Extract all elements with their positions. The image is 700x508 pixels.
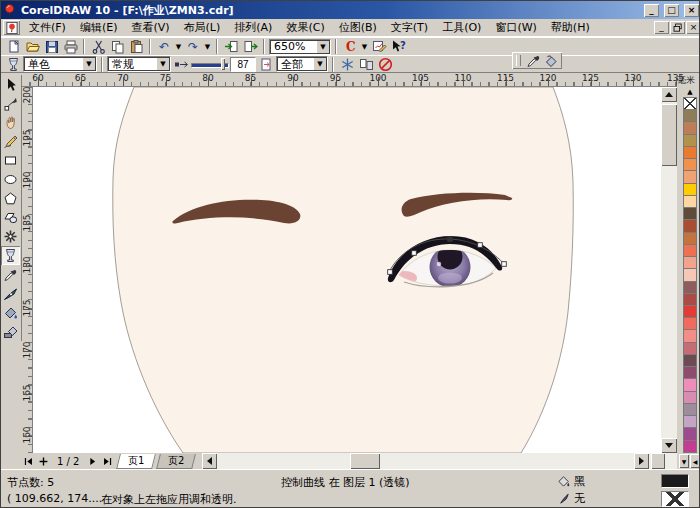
undo-button[interactable]: ↶ — [155, 39, 173, 55]
document-icon[interactable] — [3, 20, 20, 35]
redo-dropdown-arrow[interactable]: ▼ — [203, 39, 212, 55]
face-shape[interactable] — [113, 87, 573, 453]
drawing-canvas[interactable] — [33, 87, 661, 453]
menu-item-4[interactable]: 排列(A) — [227, 19, 279, 36]
page-tab-页2[interactable]: 页2 — [156, 454, 196, 469]
palette-flyout-button[interactable]: ◀ — [690, 454, 700, 468]
menu-item-8[interactable]: 工具(O) — [435, 19, 488, 36]
slider-handle[interactable] — [221, 58, 225, 70]
color-swatch[interactable] — [683, 220, 697, 232]
pan-tool[interactable] — [1, 113, 20, 132]
color-swatch[interactable] — [683, 159, 697, 171]
menu-item-1[interactable]: 编辑(E) — [73, 19, 125, 36]
fill-tool[interactable] — [1, 303, 20, 322]
basic-shapes-tool[interactable] — [1, 208, 20, 227]
pick-tool[interactable] — [1, 75, 20, 94]
color-swatch[interactable] — [683, 343, 697, 355]
transparency-type-combo[interactable]: 单色▼ — [23, 56, 97, 72]
color-swatch[interactable] — [683, 171, 697, 183]
curve-node[interactable] — [478, 243, 483, 248]
color-swatch[interactable] — [683, 122, 697, 134]
color-swatch[interactable] — [683, 355, 697, 367]
color-swatch[interactable] — [683, 367, 697, 379]
app-launcher-dropdown-arrow[interactable]: ▼ — [360, 39, 369, 55]
menu-item-9[interactable]: 窗口(W) — [488, 19, 543, 36]
eyedropper-tool[interactable] — [1, 265, 20, 284]
color-swatch[interactable] — [683, 318, 697, 330]
polygon-tool[interactable] — [1, 189, 20, 208]
horizontal-ruler[interactable]: 6065707580859095100105110115120125130135 — [21, 73, 677, 87]
curve-node[interactable] — [388, 270, 393, 275]
color-swatch[interactable] — [683, 257, 697, 269]
save-button[interactable] — [42, 39, 60, 55]
menu-item-2[interactable]: 查看(V) — [124, 19, 176, 36]
cut-button[interactable] — [89, 39, 107, 55]
clear-transparency-button[interactable] — [376, 56, 394, 72]
palette-scroll-up[interactable]: ▲ — [682, 87, 698, 97]
scroll-down-button[interactable] — [661, 438, 677, 453]
toolbar-grip[interactable] — [516, 55, 521, 66]
color-swatch[interactable] — [683, 392, 697, 404]
freeze-button[interactable] — [338, 56, 356, 72]
copy-transparency-button[interactable] — [357, 56, 375, 72]
next-page-button[interactable] — [85, 454, 100, 468]
doc-close-button[interactable]: × — [686, 21, 700, 34]
print-button[interactable] — [61, 39, 79, 55]
color-swatch[interactable] — [683, 306, 697, 318]
graph-paper-button[interactable] — [370, 39, 388, 55]
eyedropper-button[interactable] — [524, 53, 542, 69]
doc-minimize-button[interactable]: _ — [654, 21, 669, 34]
horizontal-scrollbar[interactable] — [202, 453, 677, 469]
vertical-ruler[interactable]: 200195190185180175170165160 — [21, 87, 33, 453]
outline-pen-tool[interactable] — [1, 284, 20, 303]
transparency-target-combo[interactable]: 全部▼ — [276, 56, 328, 72]
transparency-operation-combo-arrow[interactable]: ▼ — [156, 57, 170, 71]
new-button[interactable] — [4, 39, 22, 55]
menu-item-10[interactable]: 帮助(H) — [544, 19, 597, 36]
redo-button[interactable]: ↷ — [184, 39, 202, 55]
transparency-value-field[interactable] — [230, 57, 256, 72]
curve-node[interactable] — [502, 262, 507, 267]
app-launcher-button[interactable]: C — [341, 39, 359, 55]
transparency-midpoint-icon[interactable] — [172, 56, 190, 72]
menu-item-3[interactable]: 布局(L) — [177, 19, 228, 36]
color-swatch[interactable] — [683, 233, 697, 245]
color-swatch[interactable] — [683, 330, 697, 342]
zoom-level-combo[interactable]: 650%▼ — [269, 39, 331, 55]
interactive-fill-tool[interactable] — [1, 322, 20, 341]
menu-item-5[interactable]: 效果(C) — [279, 19, 331, 36]
undo-dropdown-arrow[interactable]: ▼ — [174, 39, 183, 55]
color-swatch[interactable] — [683, 208, 697, 220]
color-swatch[interactable] — [683, 135, 697, 147]
transparency-target-combo-arrow[interactable]: ▼ — [313, 57, 327, 71]
scroll-up-button[interactable] — [661, 87, 677, 102]
add-page-button[interactable] — [36, 454, 51, 468]
color-swatch[interactable] — [683, 404, 697, 416]
menu-item-0[interactable]: 文件(F) — [22, 19, 73, 36]
zoom-dropdown-arrow[interactable]: ▼ — [316, 40, 330, 54]
color-swatch[interactable] — [683, 428, 697, 440]
rectangle-tool[interactable] — [1, 151, 20, 170]
menu-item-6[interactable]: 位图(B) — [332, 19, 384, 36]
color-swatch[interactable] — [683, 269, 697, 281]
menu-item-7[interactable]: 文字(T) — [384, 19, 435, 36]
curve-node[interactable] — [448, 237, 453, 242]
hscroll-thumb[interactable] — [350, 453, 380, 469]
perfect-shapes-tool[interactable] — [1, 227, 20, 246]
color-swatch[interactable] — [683, 379, 697, 391]
no-color-swatch[interactable] — [683, 97, 697, 110]
page-tab-页1[interactable]: 页1 — [117, 454, 157, 469]
vertical-scrollbar[interactable] — [661, 87, 677, 453]
first-page-button[interactable] — [21, 454, 36, 468]
open-button[interactable] — [23, 39, 41, 55]
color-swatch[interactable] — [683, 184, 697, 196]
shape-tool[interactable] — [1, 94, 20, 113]
curve-node[interactable] — [412, 251, 417, 256]
color-swatch[interactable] — [683, 196, 697, 208]
close-button[interactable]: × — [684, 4, 699, 17]
color-swatch[interactable] — [683, 245, 697, 257]
color-swatch[interactable] — [683, 282, 697, 294]
minimize-button[interactable]: _ — [644, 4, 659, 17]
transparency-tool[interactable] — [1, 246, 20, 265]
last-page-button[interactable] — [100, 454, 115, 468]
